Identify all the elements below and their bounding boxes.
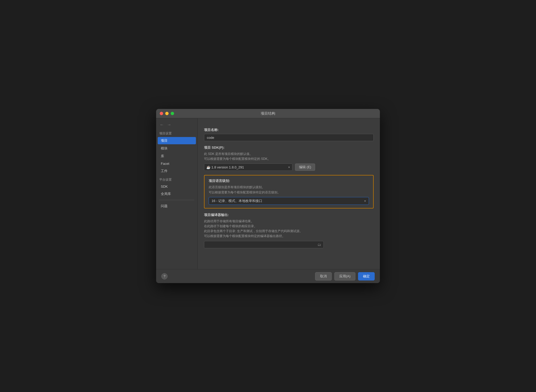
sidebar-item-problem[interactable]: 问题 [158,202,196,210]
sdk-edit-button[interactable]: 编辑 (E) [295,164,315,171]
project-name-input[interactable] [204,134,374,141]
help-button[interactable]: ? [161,273,168,279]
forward-button[interactable]: → [167,122,172,127]
sdk-desc: 此 SDK 是所有项目模块的默认值。 可以根据需要为每个模块配置模块特定的 SD… [204,152,374,161]
ok-button[interactable]: 确定 [358,272,375,280]
language-desc: 此语言级别是所有项目模块的默认级别。 可以根据需要为每个模块配置模块特定的语言级… [209,185,369,195]
window-title: 项目结构 [261,111,275,116]
back-button[interactable]: ← [159,122,164,127]
sdk-row: ☕ 1.8 version 1.8.0_291 编辑 (E) [204,164,374,171]
sdk-select-wrapper: ☕ 1.8 version 1.8.0_291 [204,164,292,171]
compiler-output-input[interactable] [204,241,324,248]
sidebar-item-facet[interactable]: Facet [158,160,196,167]
nav-controls: ← → [156,121,197,130]
language-select-wrapper: 16 - 记录、模式、本地枚举和接口17 - 密封类11 - 本地变量语法8 -… [209,197,369,205]
sdk-label: 项目 SDK(P): [204,145,374,150]
compiler-input-wrapper: 🗂 [204,241,374,248]
project-name-section: 项目名称: [204,128,374,141]
close-button[interactable] [160,112,163,115]
compiler-output-label: 项目编译器输出: [204,213,374,217]
compiler-output-section: 项目编译器输出: 此路径用于存储所有项目编译结果。 在此路径下创建每个模块的相应… [204,213,374,248]
language-level-select[interactable]: 16 - 记录、模式、本地枚举和接口17 - 密封类11 - 本地变量语法8 -… [209,197,369,205]
cancel-button[interactable]: 取消 [315,272,332,280]
maximize-button[interactable] [171,112,174,115]
compiler-desc: 此路径用于存储所有项目编译结果。 在此路径下创建每个模块的相应目录。 此目录包含… [204,219,374,239]
platform-settings-label: 平台设置 [156,175,197,183]
project-structure-dialog: 项目结构 ← → 项目设置 项目 模块 库 Facet 工件 [156,109,380,283]
titlebar: 项目结构 [156,109,380,118]
sidebar-item-module[interactable]: 模块 [158,145,196,152]
window-controls [160,112,174,115]
minimize-button[interactable] [165,112,169,115]
sidebar-item-sdk[interactable]: SDK [158,183,196,190]
window-body: ← → 项目设置 项目 模块 库 Facet 工件 平台设置 SDK [156,118,380,269]
sidebar: ← → 项目设置 项目 模块 库 Facet 工件 平台设置 SDK [156,118,198,269]
sidebar-item-tool[interactable]: 工件 [158,167,196,175]
sidebar-item-global-lib[interactable]: 全局库 [158,190,196,198]
footer-left: ? [161,273,312,279]
sidebar-item-library[interactable]: 库 [158,153,196,160]
apply-button[interactable]: 应用(A) [334,272,355,280]
footer: ? 取消 应用(A) 确定 [156,269,380,283]
sidebar-item-project[interactable]: 项目 [158,137,196,144]
project-settings-label: 项目设置 [156,130,197,137]
sdk-section: 项目 SDK(P): 此 SDK 是所有项目模块的默认值。 可以根据需要为每个模… [204,145,374,171]
language-level-label: 项目语言级别: [209,179,369,183]
project-name-label: 项目名称: [204,128,374,132]
sidebar-divider [159,200,194,200]
sdk-select[interactable]: ☕ 1.8 version 1.8.0_291 [204,164,292,171]
language-level-section: 项目语言级别: 此语言级别是所有项目模块的默认级别。 可以根据需要为每个模块配置… [204,175,374,208]
main-content: 项目名称: 项目 SDK(P): 此 SDK 是所有项目模块的默认值。 可以根据… [198,118,380,269]
